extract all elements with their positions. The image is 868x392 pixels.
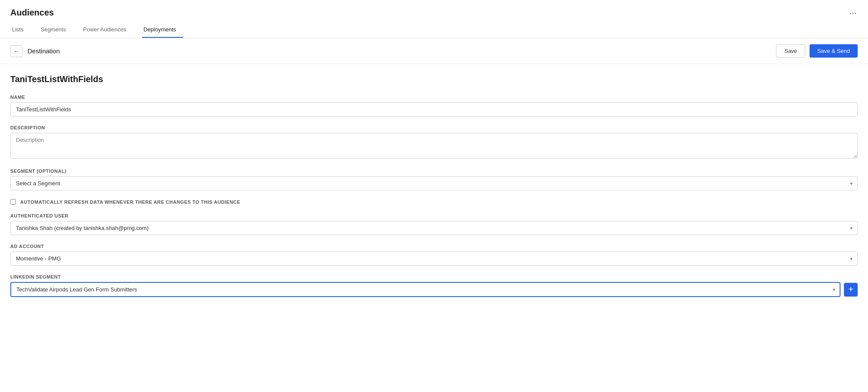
auto-refresh-row: AUTOMATICALLY REFRESH DATA WHENEVER THER…	[10, 199, 858, 205]
linkedin-segment-select[interactable]: TechValidate Airpods Lead Gen Form Submi…	[10, 282, 840, 297]
authenticated-user-field-group: AUTHENTICATED USER Tanishka Shah (create…	[10, 213, 858, 235]
description-field-group: DESCRIPTION	[10, 125, 858, 160]
linkedin-segment-row: TechValidate Airpods Lead Gen Form Submi…	[10, 282, 858, 297]
auto-refresh-checkbox[interactable]	[10, 199, 16, 205]
name-input[interactable]	[10, 102, 858, 116]
name-label: NAME	[10, 95, 858, 100]
app-title: Audiences	[10, 8, 54, 18]
name-field-group: NAME	[10, 95, 858, 116]
ad-account-select[interactable]: Momentive - PMG	[10, 251, 858, 266]
authenticated-user-label: AUTHENTICATED USER	[10, 213, 858, 218]
segment-field-group: SEGMENT (OPTIONAL) Select a Segment ▾	[10, 168, 858, 190]
save-button[interactable]: Save	[776, 44, 805, 58]
sub-header: ← Destination Save Save & Send	[0, 38, 868, 64]
auto-refresh-label: AUTOMATICALLY REFRESH DATA WHENEVER THER…	[20, 199, 240, 205]
description-label: DESCRIPTION	[10, 125, 858, 130]
tab-power-audiences[interactable]: Power Audiences	[81, 22, 133, 38]
add-linkedin-segment-button[interactable]: +	[844, 283, 858, 297]
page-subtitle: Destination	[28, 47, 60, 55]
linkedin-segment-field-group: LINKEDIN SEGMENT TechValidate Airpods Le…	[10, 274, 858, 297]
authenticated-user-select[interactable]: Tanishka Shah (created by tanishka.shah@…	[10, 221, 858, 235]
back-button[interactable]: ←	[10, 45, 22, 57]
linkedin-segment-label: LINKEDIN SEGMENT	[10, 274, 858, 279]
ad-account-field-group: AD ACCOUNT Momentive - PMG ▾	[10, 244, 858, 266]
segment-select-wrapper: Select a Segment ▾	[10, 176, 858, 190]
tab-lists[interactable]: Lists	[10, 22, 31, 38]
tab-deployments[interactable]: Deployments	[142, 22, 183, 38]
save-and-send-button[interactable]: Save & Send	[810, 44, 858, 58]
page-title: TaniTestListWithFields	[10, 74, 858, 84]
authenticated-user-select-wrapper: Tanishka Shah (created by tanishka.shah@…	[10, 221, 858, 235]
segment-label: SEGMENT (OPTIONAL)	[10, 168, 858, 174]
tab-segments[interactable]: Segments	[39, 22, 73, 38]
ad-account-select-wrapper: Momentive - PMG ▾	[10, 251, 858, 266]
tab-bar: Lists Segments Power Audiences Deploymen…	[0, 22, 868, 38]
description-textarea[interactable]	[10, 133, 858, 159]
more-options-icon[interactable]: ⋯	[849, 8, 858, 18]
ad-account-label: AD ACCOUNT	[10, 244, 858, 249]
segment-select[interactable]: Select a Segment	[10, 176, 858, 190]
linkedin-select-wrapper: TechValidate Airpods Lead Gen Form Submi…	[10, 282, 840, 297]
